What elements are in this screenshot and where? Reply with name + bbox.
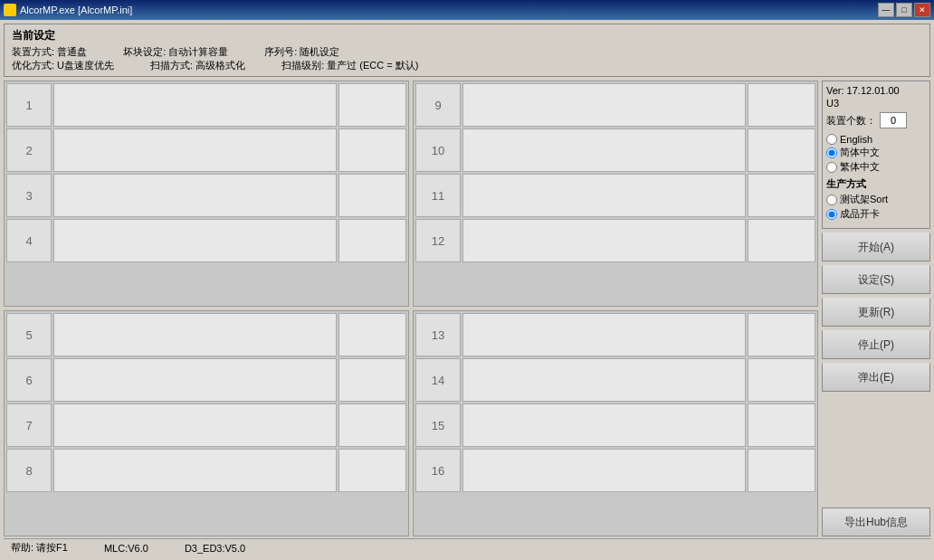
title-bar: AlcorMP.exe [AlcorMP.ini] — □ ✕ — [0, 0, 934, 20]
slot-side-5 — [338, 313, 406, 356]
slot-number-6: 6 — [6, 358, 52, 402]
slot-number-10: 10 — [415, 128, 461, 172]
settings-button[interactable]: 设定(S) — [822, 265, 930, 294]
export-button[interactable]: 导出Hub信息 — [822, 508, 930, 536]
slot-row-7: 7 — [6, 403, 406, 447]
maximize-button[interactable]: □ — [896, 3, 912, 17]
slot-side-11 — [748, 174, 815, 217]
slot-row-10: 10 — [415, 128, 815, 172]
settings-title: 当前设定 — [12, 28, 922, 43]
slot-main-12 — [462, 219, 746, 262]
radio-simplified-label: 简体中文 — [840, 146, 880, 159]
action-buttons: 开始(A) 设定(S) 更新(R) 停止(P) 弹出(E) 导出Hub信息 — [822, 233, 930, 536]
slot-main-14 — [462, 358, 746, 402]
update-button[interactable]: 更新(R) — [822, 298, 930, 327]
slot-main-5 — [53, 313, 337, 356]
setting-bad-block: 坏块设定: 自动计算容量 — [123, 45, 228, 59]
slot-row-11: 11 — [415, 174, 815, 217]
setting-device-type: 装置方式: 普通盘 — [12, 45, 87, 59]
slot-row-4: 4 — [6, 219, 406, 262]
slot-main-15 — [462, 403, 746, 447]
slot-side-16 — [748, 449, 815, 492]
stop-button[interactable]: 停止(P) — [822, 330, 930, 359]
slot-side-15 — [748, 403, 815, 447]
slot-group-5-8: 5 6 7 8 — [4, 310, 409, 536]
close-button[interactable]: ✕ — [914, 3, 930, 17]
app-icon — [4, 4, 16, 16]
slot-side-2 — [338, 128, 406, 172]
device-count-row: 装置个数： — [826, 112, 926, 128]
slot-number-11: 11 — [415, 174, 461, 217]
radio-test-rack[interactable] — [826, 195, 837, 205]
eject-button[interactable]: 弹出(E) — [822, 363, 930, 392]
slot-main-6 — [53, 358, 337, 402]
version-text: Ver: 17.12.01.00 — [826, 85, 926, 96]
top-slot-section: 1 2 3 4 — [4, 81, 818, 307]
radio-item-test-rack[interactable]: 测试架Sort — [826, 193, 926, 206]
slots-panel: 1 2 3 4 — [4, 81, 818, 536]
slot-side-6 — [338, 358, 406, 402]
settings-row-2: 优化方式: U盘速度优先 扫描方式: 高级格式化 扫描级别: 量产过 (ECC … — [12, 59, 922, 72]
slot-main-11 — [462, 174, 746, 217]
slot-number-16: 16 — [415, 449, 461, 492]
radio-english[interactable] — [826, 134, 837, 145]
slot-number-12: 12 — [415, 219, 461, 262]
slot-row-15: 15 — [415, 403, 815, 447]
title-text: AlcorMP.exe [AlcorMP.ini] — [20, 5, 132, 15]
slot-number-5: 5 — [6, 313, 52, 356]
language-radio-group: English 简体中文 繁体中文 — [826, 134, 926, 174]
right-top-info: Ver: 17.12.01.00 U3 装置个数： English 简体中文 — [822, 81, 930, 229]
radio-item-simplified[interactable]: 简体中文 — [826, 146, 926, 159]
slot-row-16: 16 — [415, 449, 815, 492]
slot-side-9 — [748, 83, 815, 127]
radio-item-traditional[interactable]: 繁体中文 — [826, 160, 926, 174]
start-button[interactable]: 开始(A) — [822, 233, 930, 261]
slot-number-13: 13 — [415, 313, 461, 356]
setting-scan-type: 扫描方式: 高级格式化 — [150, 59, 245, 72]
radio-test-rack-label: 测试架Sort — [840, 193, 888, 206]
slot-row-6: 6 — [6, 358, 406, 402]
slot-number-8: 8 — [6, 449, 52, 492]
slot-number-14: 14 — [415, 358, 461, 402]
radio-product-card[interactable] — [826, 209, 837, 220]
setting-optimize: 优化方式: U盘速度优先 — [12, 59, 114, 72]
slot-main-16 — [462, 449, 746, 492]
u3-text: U3 — [826, 98, 926, 109]
radio-simplified[interactable] — [826, 147, 837, 158]
title-bar-title: AlcorMP.exe [AlcorMP.ini] — [4, 4, 132, 16]
radio-item-english[interactable]: English — [826, 134, 926, 145]
slot-main-10 — [462, 128, 746, 172]
radio-traditional[interactable] — [826, 162, 837, 173]
slot-number-7: 7 — [6, 403, 52, 447]
slot-main-2 — [53, 128, 337, 172]
slot-group-1-4: 1 2 3 4 — [4, 81, 409, 307]
minimize-button[interactable]: — — [878, 3, 894, 17]
window-controls: — □ ✕ — [878, 3, 930, 17]
slot-main-13 — [462, 313, 746, 356]
main-window: 当前设定 装置方式: 普通盘 坏块设定: 自动计算容量 序列号: 随机设定 优化… — [0, 20, 934, 560]
slot-side-8 — [338, 449, 406, 492]
slot-side-3 — [338, 174, 406, 217]
slot-row-3: 3 — [6, 174, 406, 217]
radio-item-product-card[interactable]: 成品开卡 — [826, 207, 926, 221]
setting-serial: 序列号: 随机设定 — [264, 45, 339, 59]
status-bar: 帮助: 请按F1 MLC:V6.0 D3_ED3:V5.0 — [4, 538, 930, 556]
slot-main-1 — [53, 83, 337, 127]
slot-number-9: 9 — [415, 83, 461, 127]
slot-side-1 — [338, 83, 406, 127]
slot-main-7 — [53, 403, 337, 447]
slot-row-8: 8 — [6, 449, 406, 492]
settings-bar: 当前设定 装置方式: 普通盘 坏块设定: 自动计算容量 序列号: 随机设定 优化… — [4, 24, 930, 77]
device-count-input[interactable] — [880, 112, 907, 128]
slot-main-8 — [53, 449, 337, 492]
slot-number-4: 4 — [6, 219, 52, 262]
slot-row-13: 13 — [415, 313, 815, 356]
slot-main-9 — [462, 83, 746, 127]
slot-side-7 — [338, 403, 406, 447]
status-help: 帮助: 请按F1 — [11, 541, 68, 555]
slot-number-3: 3 — [6, 174, 52, 217]
bottom-slot-section: 5 6 7 8 — [4, 310, 818, 536]
slot-row-2: 2 — [6, 128, 406, 172]
slot-number-15: 15 — [415, 403, 461, 447]
slot-row-14: 14 — [415, 358, 815, 402]
